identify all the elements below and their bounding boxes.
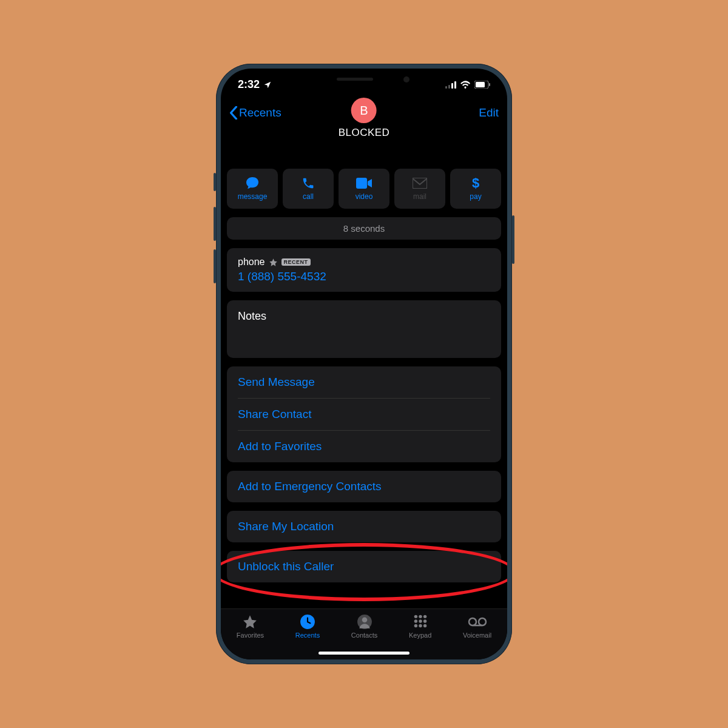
edit-button[interactable]: Edit (479, 106, 499, 120)
svg-point-17 (423, 619, 426, 622)
svg-rect-3 (454, 81, 456, 89)
phone-frame: 2:32 B BLOCKED (216, 64, 512, 664)
svg-rect-2 (451, 83, 453, 89)
keypad-icon (413, 614, 428, 630)
tab-label: Voicemail (463, 632, 491, 639)
phone-card[interactable]: phone RECENT 1 (888) 555-4532 (227, 248, 501, 292)
mail-button: mail (394, 169, 445, 209)
unblock-row[interactable]: Unblock this Caller (227, 551, 501, 582)
tab-voicemail[interactable]: Voicemail (463, 614, 491, 659)
cellular-icon (445, 81, 456, 89)
tab-label: Contacts (351, 632, 377, 639)
phone-field-label: phone (238, 257, 265, 268)
svg-point-11 (362, 617, 367, 622)
actions-card: Send Message Share Contact Add to Favori… (227, 366, 501, 462)
tab-label: Recents (295, 632, 320, 639)
location-icon (263, 81, 272, 89)
video-label: video (356, 192, 373, 201)
svg-point-22 (479, 618, 486, 625)
contact-header: B BLOCKED (339, 98, 390, 139)
star-icon (241, 614, 258, 630)
notes-label: Notes (238, 310, 266, 322)
recent-badge: RECENT (281, 258, 311, 266)
svg-rect-8 (413, 178, 427, 189)
tab-recents[interactable]: Recents (295, 614, 320, 659)
call-label: call (303, 192, 314, 201)
add-favorites-row[interactable]: Add to Favorites (238, 430, 490, 462)
avatar[interactable]: B (351, 98, 377, 123)
svg-point-19 (419, 624, 422, 627)
tab-keypad[interactable]: Keypad (409, 614, 431, 659)
avatar-initial: B (360, 104, 368, 118)
send-message-row[interactable]: Send Message (238, 366, 490, 398)
svg-point-18 (414, 624, 417, 627)
battery-icon (474, 81, 490, 89)
message-button[interactable]: message (227, 169, 278, 209)
mail-icon (413, 177, 427, 190)
video-icon (356, 177, 372, 190)
svg-rect-5 (489, 83, 490, 86)
home-indicator[interactable] (318, 652, 410, 655)
back-label: Recents (239, 106, 281, 120)
pay-icon: $ (472, 177, 479, 190)
person-icon (357, 614, 372, 630)
video-button[interactable]: video (339, 169, 389, 209)
svg-rect-6 (476, 82, 485, 87)
notes-card[interactable]: Notes (227, 300, 501, 358)
emergency-row[interactable]: Add to Emergency Contacts (227, 471, 501, 502)
svg-point-15 (414, 619, 417, 622)
pay-button[interactable]: $ pay (450, 169, 501, 209)
tab-label: Keypad (409, 632, 431, 639)
svg-point-20 (423, 624, 426, 627)
status-time: 2:32 (238, 78, 260, 91)
wifi-icon (460, 81, 471, 89)
call-duration: 8 seconds (227, 217, 501, 240)
notch (294, 69, 434, 90)
pay-label: pay (470, 192, 481, 201)
star-icon (269, 258, 278, 267)
svg-point-12 (414, 615, 417, 618)
share-location-row[interactable]: Share My Location (227, 511, 501, 542)
phone-icon (302, 177, 315, 190)
tab-label: Favorites (237, 632, 264, 639)
svg-point-16 (419, 619, 422, 622)
message-icon (244, 177, 260, 190)
svg-rect-7 (356, 178, 367, 189)
share-contact-row[interactable]: Share Contact (238, 398, 490, 430)
contact-name: BLOCKED (339, 127, 390, 139)
screen: 2:32 B BLOCKED (221, 69, 507, 659)
svg-point-13 (419, 615, 422, 618)
back-button[interactable]: Recents (229, 106, 281, 120)
voicemail-icon (468, 614, 487, 630)
message-label: message (238, 192, 268, 201)
quick-actions: message call video mail $ (227, 169, 501, 209)
call-button[interactable]: call (283, 169, 334, 209)
tab-favorites[interactable]: Favorites (237, 614, 264, 659)
phone-number[interactable]: 1 (888) 555-4532 (238, 270, 490, 283)
svg-point-14 (423, 615, 426, 618)
contact-body[interactable]: message call video mail $ (221, 130, 507, 608)
clock-icon (300, 614, 315, 630)
svg-rect-1 (448, 85, 450, 89)
svg-rect-0 (445, 86, 447, 89)
mail-label: mail (413, 192, 426, 201)
svg-point-21 (469, 618, 476, 625)
